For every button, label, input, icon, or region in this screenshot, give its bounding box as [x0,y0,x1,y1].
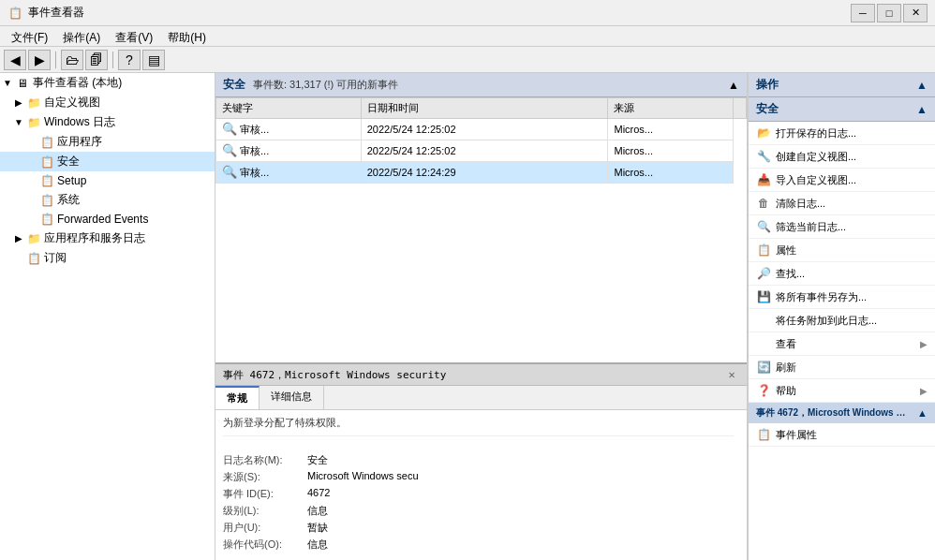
window-title: 事件查看器 [28,5,84,21]
action-attach-task[interactable]: 将任务附加到此日志... [749,309,935,332]
right-title-arrow: ▲ [916,79,928,92]
folder-button[interactable]: 🗁 [61,50,83,70]
action-save-all[interactable]: 💾 将所有事件另存为... [749,286,935,309]
action-filter-log[interactable]: 🔍 筛选当前日志... [749,215,935,239]
field-source: 来源(S): Microsoft Windows secu [223,470,734,484]
open-log-icon: 📂 [756,125,771,140]
title-bar: 📋 事件查看器 ─ □ ✕ [0,0,935,26]
console-button[interactable]: ▤ [142,50,165,70]
expand-custom[interactable]: ▶ [13,97,24,109]
detail-scroll-area[interactable]: 为新登录分配了特殊权限。 日志名称(M): 安全 来源(S): Microsof… [223,416,739,554]
tree-item-application[interactable]: ▶ 📋 应用程序 [0,132,215,152]
action-find-label: 查找... [776,267,805,281]
tab-details[interactable]: 详细信息 [260,386,324,409]
expand-app-services[interactable]: ▶ [13,233,24,244]
field-source-label: 来源(S): [223,470,307,484]
action-help[interactable]: ❓ 帮助 ▶ [749,379,935,403]
tree-item-subscription[interactable]: ▶ 📋 订阅 [0,248,215,268]
action-create-custom-view[interactable]: 🔧 创建自定义视图... [749,145,935,169]
action-properties[interactable]: 📋 属性 [749,239,935,262]
action-import-label: 导入自定义视图... [776,173,856,187]
toolbar-separator-2 [112,52,113,68]
menu-file[interactable]: 文件(F) [4,28,55,44]
view-button[interactable]: 🗐 [85,50,108,70]
help-button[interactable]: ? [118,50,141,70]
right-panel: 操作 ▲ 安全 ▲ 📂 打开保存的日志... 🔧 创建自定义视图... 📥 导入… [748,73,935,560]
menu-action[interactable]: 操作(A) [55,28,108,44]
forwarded-label: Forwarded Events [57,213,148,226]
expand-root[interactable]: ▼ [2,78,13,89]
field-opcode-value: 信息 [307,538,328,552]
help-icon: ❓ [756,383,771,398]
left-panel: ▼ 🖥 事件查看器 (本地) ▶ 📁 自定义视图 ▼ 📁 Windows 日志 … [0,73,215,560]
toolbar: ◀ ▶ 🗁 🗐 ? ▤ [0,47,935,73]
event-count: 事件数: 31,317 (!) 可用的新事件 [253,78,398,92]
action-clear-log[interactable]: 🗑 清除日志... [749,192,935,215]
detail-summary: 为新登录分配了特殊权限。 [223,416,734,436]
custom-views-label: 自定义视图 [44,95,100,111]
back-button[interactable]: ◀ [4,50,26,70]
help-submenu-arrow: ▶ [920,386,928,396]
root-icon: 🖥 [15,76,30,91]
field-log-name-value: 安全 [307,453,328,467]
action-find[interactable]: 🔎 查找... [749,262,935,286]
minimize-button[interactable]: ─ [851,4,875,22]
action-clear-label: 清除日志... [776,197,825,211]
menu-view[interactable]: 查看(V) [108,28,160,44]
action-view[interactable]: 查看 ▶ [749,332,935,356]
event-props-icon: 📋 [756,427,771,442]
field-opcode-label: 操作代码(O): [223,538,307,552]
field-user: 用户(U): 暂缺 [223,521,734,535]
event-table-scroll[interactable]: 关键字 日期和时间 来源 🔍 审核... 2022/5/24 12:25:02 … [215,97,747,210]
tree-item-app-services[interactable]: ▶ 📁 应用程序和服务日志 [0,228,215,248]
tree-item-windows-log[interactable]: ▼ 📁 Windows 日志 [0,112,215,132]
row1-source: Micros... [608,119,734,140]
action-event-properties[interactable]: 📋 事件属性 [749,423,935,447]
tree-item-root[interactable]: ▼ 🖥 事件查看器 (本地) [0,73,215,93]
tab-general[interactable]: 常规 [215,386,260,409]
event-row-3[interactable]: 🔍 审核... 2022/5/24 12:24:29 Micros... [216,162,747,184]
clear-log-icon: 🗑 [756,196,771,211]
event-subsection-label: 事件 4672，Microsoft Windows security ... [756,406,906,420]
properties-icon: 📋 [756,243,771,258]
tree-item-setup[interactable]: ▶ 📋 Setup [0,171,215,190]
tree-item-forwarded[interactable]: ▶ 📋 Forwarded Events [0,210,215,228]
setup-label: Setup [57,174,86,187]
expand-windows[interactable]: ▼ [13,117,24,128]
event-row-1[interactable]: 🔍 审核... 2022/5/24 12:25:02 Micros... [216,119,747,140]
setup-icon: 📋 [39,173,54,188]
detail-close-button[interactable]: ✕ [724,367,739,382]
security-icon: 📋 [39,155,54,169]
tree-item-system[interactable]: ▶ 📋 系统 [0,190,215,210]
col-scroll [734,98,747,119]
detail-panel: 事件 4672，Microsoft Windows security ✕ 常规 … [215,362,747,560]
maximize-button[interactable]: □ [877,4,901,22]
row3-source: Micros... [608,162,734,184]
application-label: 应用程序 [57,134,102,150]
field-source-value: Microsoft Windows secu [307,470,419,484]
window-controls: ─ □ ✕ [851,4,928,22]
row3-keyword: 🔍 审核... [216,162,362,184]
action-refresh[interactable]: 🔄 刷新 [749,356,935,379]
main-container: ▼ 🖥 事件查看器 (本地) ▶ 📁 自定义视图 ▼ 📁 Windows 日志 … [0,73,935,560]
tree-item-security[interactable]: ▶ 📋 安全 [0,152,215,171]
menu-help[interactable]: 帮助(H) [160,28,214,44]
view-submenu-arrow: ▶ [920,339,928,349]
tree-item-custom-views[interactable]: ▶ 📁 自定义视图 [0,93,215,112]
action-open-saved-log[interactable]: 📂 打开保存的日志... [749,122,935,145]
windows-log-icon: 📁 [26,115,41,130]
event-row-2[interactable]: 🔍 审核... 2022/5/24 12:25:02 Micros... [216,140,747,162]
action-import-custom-view[interactable]: 📥 导入自定义视图... [749,169,935,192]
import-view-icon: 📥 [756,172,771,187]
forward-button[interactable]: ▶ [28,50,51,70]
detail-header: 事件 4672，Microsoft Windows security ✕ [215,364,747,386]
close-button[interactable]: ✕ [903,4,928,22]
right-section-security: 安全 ▲ [749,97,935,122]
field-event-id: 事件 ID(E): 4672 [223,487,734,501]
action-event-props-label: 事件属性 [776,428,817,442]
col-keyword: 关键字 [216,98,362,119]
panel-up-arrow[interactable]: ▲ [728,79,739,92]
right-panel-title: 操作 ▲ [749,73,935,97]
right-security-arrow: ▲ [916,103,928,116]
field-event-id-value: 4672 [307,487,330,501]
